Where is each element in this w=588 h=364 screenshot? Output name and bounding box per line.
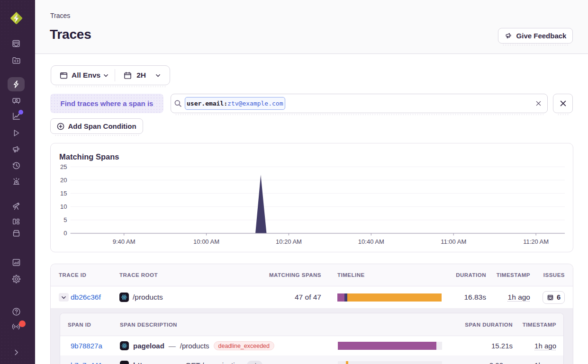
span-timeline-cell (328, 342, 449, 350)
traces-table: Trace ID Trace Root Matching Spans Timel… (50, 264, 573, 364)
sidebar-item-explore[interactable] (0, 52, 32, 68)
sidebar-item-replays[interactable] (0, 157, 32, 173)
archive-box-icon (11, 228, 21, 238)
spans-table-header: Span ID Span Description Span Duration T… (60, 313, 563, 336)
sidebar-item-dashboards[interactable] (0, 92, 32, 108)
sidebar-collapse-button[interactable] (0, 344, 32, 360)
trace-timestamp-value[interactable]: 1h ago (508, 293, 530, 301)
sidebar-item-stats[interactable] (0, 254, 32, 270)
remove-condition-button[interactable] (553, 94, 573, 113)
span-id-link[interactable]: b7a7e441 (71, 361, 102, 364)
react-logo-icon (121, 342, 128, 349)
span-description: GET /organization (186, 361, 243, 364)
col-issues: Issues (537, 272, 573, 278)
svg-text:10: 10 (60, 203, 67, 210)
span-description: /products (180, 342, 209, 350)
span-search-input[interactable]: user.email:ztv@example.com (171, 94, 548, 113)
span-id-cell: b7a7e441 (60, 361, 117, 364)
span-timestamp-value[interactable]: 1h ago (534, 342, 556, 350)
server-platform-icon: px (120, 361, 129, 364)
sidebar-item-alerts[interactable] (0, 173, 32, 189)
span-timeline-cell (328, 361, 449, 364)
svg-text:0: 0 (63, 230, 67, 237)
col-timeline: Timeline (328, 272, 449, 278)
sentry-logo[interactable] (9, 11, 24, 26)
span-timeline-bar[interactable] (338, 361, 442, 364)
span-status-pill: ok (247, 361, 262, 364)
matching-spans-chart[interactable]: 05101520259:40 AM10:00 AM10:20 AM10:40 A… (51, 143, 573, 252)
svg-text:25: 25 (60, 163, 67, 170)
page-header (35, 0, 588, 54)
span-timestamp-value[interactable]: 1h ago (534, 361, 556, 364)
trace-id-link[interactable]: db26c36f (71, 293, 101, 302)
sidebar-item-whats-new[interactable] (0, 319, 32, 335)
telescope-icon (11, 201, 21, 211)
react-platform-icon (119, 293, 129, 302)
span-separator: — (174, 361, 181, 364)
window-icon (60, 71, 68, 80)
sidebar-item-performance[interactable] (0, 125, 32, 141)
svg-text:20: 20 (60, 177, 67, 184)
play-icon (11, 128, 21, 138)
col-span-id: Span ID (60, 322, 117, 328)
span-condition-label: Find traces where a span is (50, 94, 163, 113)
lightning-icon (11, 79, 21, 89)
calendar-icon (124, 71, 132, 80)
collapse-trace-button[interactable] (59, 293, 69, 302)
trace-issues-badge[interactable]: 6 (543, 291, 565, 304)
svg-text:10:20 AM: 10:20 AM (276, 238, 302, 245)
span-op: http.server (133, 361, 170, 364)
give-feedback-button[interactable]: Give Feedback (498, 28, 573, 44)
span-row: b7a7e441 px http.server — GET /organizat… (60, 355, 563, 364)
sidebar-item-settings[interactable] (0, 271, 32, 287)
col-trace-root: Trace Root (117, 272, 237, 278)
sidebar-item-releases[interactable] (0, 141, 32, 157)
traces-page: Traces Traces Give Feedback All Envs (0, 0, 588, 364)
col-trace-id: Trace ID (51, 272, 117, 278)
issues-icon (547, 294, 554, 301)
date-range-selector[interactable]: 2H (115, 66, 170, 85)
trace-root-name[interactable]: /products (133, 293, 163, 302)
traces-table-header: Trace ID Trace Root Matching Spans Timel… (51, 264, 573, 286)
react-logo-icon (120, 293, 128, 301)
inbox-icon (11, 39, 21, 48)
trace-duration-cell: 16.83s (449, 293, 493, 302)
megaphone-icon (11, 144, 21, 154)
clock-rewind-icon (11, 160, 21, 170)
svg-text:10:00 AM: 10:00 AM (193, 238, 219, 245)
col-span-timestamp: Timestamp (519, 322, 564, 328)
trace-root-cell: /products (117, 293, 237, 302)
siren-icon (11, 177, 21, 186)
filter-bar: All Envs 2H (51, 65, 170, 85)
span-status-pill: deadline_exceeded (214, 341, 274, 350)
sidebar-item-help[interactable] (0, 303, 32, 320)
sidebar-item-traces[interactable] (0, 76, 32, 92)
span-timeline-bar[interactable] (338, 342, 442, 350)
sidebar-item-insights[interactable] (0, 108, 32, 124)
span-separator: — (169, 342, 176, 350)
give-feedback-label: Give Feedback (516, 32, 567, 40)
search-token[interactable]: user.email:ztv@example.com (185, 97, 285, 110)
col-matching-spans: Matching Spans (237, 272, 328, 278)
trace-expanded-section: Span ID Span Description Span Duration T… (51, 308, 573, 364)
svg-text:15: 15 (60, 190, 67, 197)
sidebar-item-projects[interactable] (0, 225, 32, 241)
clear-search-icon[interactable] (533, 98, 543, 109)
chevron-down-icon (103, 72, 109, 79)
svg-text:11:00 AM: 11:00 AM (441, 238, 466, 245)
logo-icon (9, 11, 24, 26)
chevron-down-icon (155, 72, 161, 79)
sidebar-item-discover[interactable] (0, 198, 32, 214)
matching-spans-cell: 47 of 47 (237, 293, 328, 302)
environment-selector[interactable]: All Envs (51, 66, 115, 85)
x-icon (559, 99, 567, 107)
plus-circle-icon (57, 123, 64, 130)
span-id-link[interactable]: 9b78827a (71, 342, 102, 350)
trace-timeline-bar[interactable] (337, 293, 442, 302)
breadcrumb[interactable]: Traces (50, 12, 70, 19)
trace-issues-count: 6 (557, 293, 561, 301)
sidebar-item-issues[interactable] (0, 36, 32, 52)
add-span-condition-button[interactable]: Add Span Condition (50, 118, 143, 134)
trace-issues-cell: 6 (537, 291, 573, 304)
chevron-down-icon (61, 294, 67, 301)
